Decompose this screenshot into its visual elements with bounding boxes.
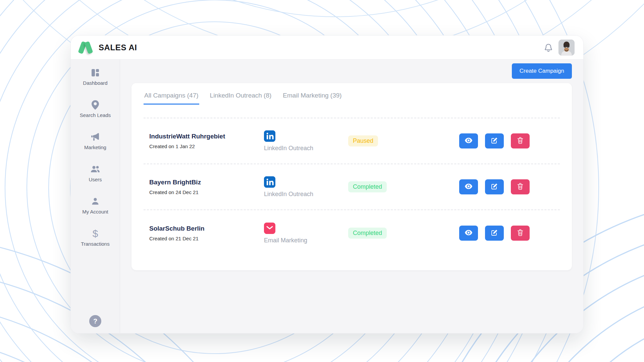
status-badge: Paused xyxy=(348,135,378,146)
status-badge: Completed xyxy=(348,228,387,239)
user-photo-avatar[interactable] xyxy=(558,40,575,56)
header-right xyxy=(543,40,575,56)
mountain-mark-icon xyxy=(78,41,94,55)
edit-icon xyxy=(491,183,498,191)
delete-button[interactable] xyxy=(511,179,530,194)
row-actions xyxy=(459,226,530,241)
eye-icon xyxy=(465,230,472,236)
eye-icon xyxy=(465,138,472,144)
delete-button[interactable] xyxy=(511,133,530,148)
campaign-name: IndustrieWatt Ruhrgebiet xyxy=(149,133,264,140)
linkedin-icon xyxy=(264,176,275,188)
campaign-row: IndustrieWatt Ruhrgebiet Created on 1 Ja… xyxy=(144,118,560,164)
sidebar-item-search-leads[interactable]: Search Leads xyxy=(71,100,120,118)
sidebar-item-dashboard[interactable]: Dashboard xyxy=(71,68,120,86)
campaign-created-date: Created on 1 Jan 22 xyxy=(149,143,264,149)
edit-button[interactable] xyxy=(485,179,504,194)
sidebar-item-users[interactable]: Users xyxy=(71,164,120,182)
tab-linkedin-outreach[interactable]: LinkedIn Outreach (8) xyxy=(209,92,272,105)
row-actions xyxy=(459,179,530,194)
campaign-channel-label: LinkedIn Outreach xyxy=(264,145,313,152)
app-window: SALES AI xyxy=(71,36,583,333)
delete-button[interactable] xyxy=(511,226,530,241)
app-header: SALES AI xyxy=(71,36,583,60)
view-button[interactable] xyxy=(459,133,478,148)
campaign-row: Bayern BrightBiz Created on 24 Dec 21 Li… xyxy=(144,164,560,210)
notification-bell-icon[interactable] xyxy=(543,42,554,53)
edit-button[interactable] xyxy=(485,226,504,241)
sidebar-item-label: Transactions xyxy=(81,241,109,247)
edit-button[interactable] xyxy=(485,133,504,148)
sidebar-item-label: Search Leads xyxy=(80,112,111,118)
logo-text: SALES AI xyxy=(99,43,137,52)
edit-icon xyxy=(491,229,498,237)
campaign-name: SolarSchub Berlin xyxy=(149,225,264,232)
tab-all-campaigns[interactable]: All Campaigns (47) xyxy=(144,92,199,105)
campaign-channel-label: Email Marketing xyxy=(264,237,307,244)
help-button[interactable]: ? xyxy=(89,315,101,327)
main-content: Create Campaign All Campaigns (47) Linke… xyxy=(120,60,583,333)
person-icon xyxy=(91,196,100,206)
location-pin-icon xyxy=(91,100,100,110)
dashboard-grid-icon xyxy=(91,68,100,78)
email-envelope-icon xyxy=(264,223,275,234)
sidebar-item-label: Users xyxy=(89,177,102,182)
dollar-icon: $ xyxy=(93,229,98,239)
campaign-created-date: Created on 21 Dec 21 xyxy=(149,236,264,241)
edit-icon xyxy=(491,137,498,145)
campaign-row: SolarSchub Berlin Created on 21 Dec 21 E… xyxy=(144,210,560,256)
sidebar: Dashboard Search Leads M xyxy=(71,60,120,333)
row-actions xyxy=(459,133,530,148)
sidebar-item-my-account[interactable]: My Account xyxy=(71,196,120,215)
logo: SALES AI xyxy=(78,41,137,55)
trash-icon xyxy=(517,229,523,237)
linkedin-icon xyxy=(264,130,275,142)
sidebar-item-marketing[interactable]: Marketing xyxy=(71,132,120,150)
view-button[interactable] xyxy=(459,226,478,241)
megaphone-icon xyxy=(90,132,100,142)
eye-icon xyxy=(465,184,472,190)
campaign-name: Bayern BrightBiz xyxy=(149,179,264,186)
campaign-created-date: Created on 24 Dec 21 xyxy=(149,189,264,195)
tab-email-marketing[interactable]: Email Marketing (39) xyxy=(282,92,342,105)
trash-icon xyxy=(517,183,523,191)
status-badge: Completed xyxy=(348,181,387,192)
trash-icon xyxy=(517,137,523,145)
campaigns-card: All Campaigns (47) LinkedIn Outreach (8)… xyxy=(131,83,572,270)
create-campaign-button[interactable]: Create Campaign xyxy=(512,63,572,79)
sidebar-item-label: My Account xyxy=(82,209,108,215)
sidebar-item-label: Dashboard xyxy=(83,80,107,86)
sidebar-item-label: Marketing xyxy=(84,144,106,150)
sidebar-item-transactions[interactable]: $ Transactions xyxy=(71,229,120,247)
campaign-tabs: All Campaigns (47) LinkedIn Outreach (8)… xyxy=(144,92,560,105)
users-icon xyxy=(90,164,100,174)
view-button[interactable] xyxy=(459,179,478,194)
campaign-channel-label: LinkedIn Outreach xyxy=(264,191,313,198)
question-mark-icon: ? xyxy=(93,317,97,325)
